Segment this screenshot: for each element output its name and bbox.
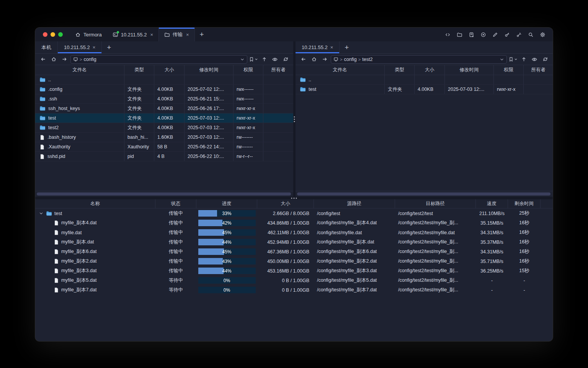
close-tab-icon[interactable]: × bbox=[150, 32, 153, 38]
column-header[interactable]: 目标路径 bbox=[395, 199, 476, 208]
upload-icon[interactable] bbox=[519, 55, 528, 64]
pane-tab-remote[interactable]: 10.211.55.2 × bbox=[296, 41, 340, 53]
column-header[interactable]: 文件名 bbox=[296, 65, 385, 75]
transfer-row[interactable]: myfile_副本.dat 传输中 44% 452.94MB / 1.00GB … bbox=[35, 237, 553, 247]
column-header[interactable]: 名称 bbox=[35, 199, 155, 208]
bookmark-button[interactable] bbox=[249, 57, 258, 62]
column-header[interactable]: 权限 bbox=[494, 65, 524, 75]
column-header[interactable]: 文件名 bbox=[35, 65, 124, 75]
transfer-status: 传输中 bbox=[155, 266, 196, 276]
path-dropdown-icon[interactable] bbox=[500, 57, 504, 62]
column-header[interactable]: 大小 bbox=[257, 199, 314, 208]
path-field[interactable]: >config>test2 bbox=[331, 55, 507, 64]
file-row[interactable]: ssh_host_keys 文件夹 4.00KB 2025-06-26 17:.… bbox=[35, 104, 293, 113]
transfer-row[interactable]: myfile_副本7.dat 等待中 0% 0 B / 1.00GB /conf… bbox=[35, 285, 553, 295]
path-segment[interactable]: test2 bbox=[362, 57, 372, 62]
edit-icon[interactable] bbox=[490, 30, 500, 39]
file-row[interactable]: .. bbox=[296, 75, 553, 85]
vertical-splitter[interactable] bbox=[293, 41, 296, 197]
code-icon[interactable] bbox=[443, 30, 452, 39]
upload-icon[interactable] bbox=[260, 55, 269, 64]
file-name: ssh_host_keys bbox=[48, 106, 80, 111]
file-row[interactable]: .ssh 文件夹 4.00KB 2025-06-21 15:... rwx---… bbox=[35, 94, 293, 104]
column-header[interactable]: 类型 bbox=[124, 65, 154, 75]
zoom-window-button[interactable] bbox=[58, 32, 63, 37]
scrollbar-thumb[interactable] bbox=[297, 192, 550, 196]
home-icon[interactable] bbox=[49, 55, 58, 64]
column-header[interactable]: 进度 bbox=[196, 199, 257, 208]
path-segment[interactable]: config bbox=[344, 57, 356, 62]
file-modified: 2025-07-03 12:... bbox=[185, 133, 234, 142]
transfer-row[interactable]: myfile_副本4.dat 传输中 42% 434.86MB / 1.00GB… bbox=[35, 218, 553, 228]
column-header[interactable]: 类型 bbox=[385, 65, 415, 75]
add-pane-tab-button[interactable]: + bbox=[340, 41, 354, 53]
tab-host-session[interactable]: 10.211.55.2 × bbox=[107, 28, 158, 41]
close-window-button[interactable] bbox=[43, 32, 47, 37]
column-header[interactable]: 状态 bbox=[155, 199, 196, 208]
refresh-icon[interactable] bbox=[541, 55, 550, 64]
folder-icon[interactable] bbox=[454, 30, 464, 39]
keychain-icon[interactable] bbox=[514, 30, 524, 39]
transfer-row[interactable]: test 传输中 33% 2.66GB / 8.00GB /config/tes… bbox=[35, 209, 553, 218]
tab-transfer[interactable]: 传输 × bbox=[158, 28, 195, 41]
show-hidden-icon[interactable] bbox=[270, 55, 279, 64]
new-tab-button[interactable]: + bbox=[195, 28, 209, 41]
file-row[interactable]: .. bbox=[35, 75, 293, 85]
column-header[interactable]: 所有者 bbox=[263, 65, 293, 75]
transfer-row[interactable]: myfile_副本5.dat 等待中 0% 0 B / 1.00GB /conf… bbox=[35, 276, 553, 285]
back-icon[interactable] bbox=[299, 55, 308, 64]
back-icon[interactable] bbox=[38, 55, 47, 64]
transfer-row[interactable]: myfile_副本6.dat 传输中 45% 467.36MB / 1.00GB… bbox=[35, 247, 553, 256]
scrollbar-thumb[interactable] bbox=[37, 192, 291, 196]
file-row[interactable]: .bash_history bash_hi... 1.60KB 2025-07-… bbox=[35, 133, 293, 142]
forward-icon[interactable] bbox=[60, 55, 69, 64]
file-row[interactable]: test 文件夹 4.00KB 2025-07-03 12:... rwxr-x… bbox=[35, 113, 293, 123]
tab-termora[interactable]: Termora bbox=[70, 28, 107, 41]
horizontal-scrollbar[interactable] bbox=[35, 191, 293, 197]
transfer-row[interactable]: myfile.dat 传输中 45% 462.11MB / 1.00GB /co… bbox=[35, 228, 553, 237]
horizontal-scrollbar[interactable] bbox=[296, 191, 553, 197]
file-row[interactable]: sshd.pid pid 4 B 2025-06-22 10:... rw-r-… bbox=[35, 152, 293, 161]
column-header[interactable]: 大小 bbox=[154, 65, 185, 75]
bookmark-button[interactable] bbox=[508, 57, 518, 62]
transfer-table: test 传输中 33% 2.66GB / 8.00GB /config/tes… bbox=[35, 209, 553, 341]
expand-chevron-icon[interactable] bbox=[38, 211, 44, 215]
add-pane-tab-button[interactable]: + bbox=[102, 41, 116, 53]
column-header[interactable]: 速度 bbox=[476, 199, 508, 208]
search-icon[interactable] bbox=[526, 30, 536, 39]
path-field[interactable]: >config bbox=[70, 55, 247, 64]
file-row[interactable]: .Xauthority Xauthority 58 B 2025-06-22 1… bbox=[35, 142, 293, 152]
close-tab-icon[interactable]: × bbox=[93, 44, 96, 50]
transfer-size: 2.66GB / 8.00GB bbox=[257, 209, 314, 218]
close-tab-icon[interactable]: × bbox=[330, 44, 333, 50]
file-row[interactable]: .config 文件夹 4.00KB 2025-07-02 12:... rwx… bbox=[35, 85, 293, 94]
close-tab-icon[interactable]: × bbox=[186, 32, 189, 38]
path-dropdown-icon[interactable] bbox=[240, 57, 245, 62]
file-row[interactable]: test 文件夹 4.00KB 2025-07-03 12:... rwxr-x… bbox=[296, 85, 553, 94]
show-hidden-icon[interactable] bbox=[530, 55, 539, 64]
transfer-row[interactable]: myfile_副本2.dat 传输中 43% 450.00MB / 1.00GB… bbox=[35, 256, 553, 266]
column-header[interactable]: 修改时间 bbox=[185, 65, 234, 75]
key-icon[interactable] bbox=[502, 30, 512, 39]
home-icon[interactable] bbox=[309, 55, 318, 64]
column-header[interactable]: 权限 bbox=[234, 65, 263, 75]
column-header[interactable]: 修改时间 bbox=[445, 65, 494, 75]
column-header[interactable]: 剩余时间 bbox=[508, 199, 541, 208]
minimize-window-button[interactable] bbox=[51, 32, 55, 37]
column-header[interactable]: 源路径 bbox=[314, 199, 395, 208]
pane-tab-remote[interactable]: 10.211.55.2 × bbox=[58, 41, 102, 53]
transfer-row[interactable]: myfile_副本3.dat 传输中 44% 453.16MB / 1.00GB… bbox=[35, 266, 553, 276]
column-header[interactable]: 大小 bbox=[415, 65, 445, 75]
log-icon[interactable] bbox=[466, 30, 476, 39]
horizontal-splitter[interactable] bbox=[35, 197, 553, 199]
column-header[interactable]: 所有者 bbox=[524, 65, 553, 75]
refresh-icon[interactable] bbox=[281, 55, 290, 64]
pane-tab-local[interactable]: 本机 bbox=[35, 41, 58, 53]
file-row[interactable]: test2 文件夹 4.00KB 2025-07-03 12:... rwxr-… bbox=[35, 123, 293, 133]
settings-icon[interactable] bbox=[537, 30, 547, 39]
record-icon[interactable] bbox=[478, 30, 488, 39]
home-icon bbox=[75, 32, 81, 38]
path-segment[interactable]: config bbox=[83, 57, 96, 62]
transfer-speed: 35.37MB/s bbox=[476, 237, 508, 247]
forward-icon[interactable] bbox=[320, 55, 329, 64]
